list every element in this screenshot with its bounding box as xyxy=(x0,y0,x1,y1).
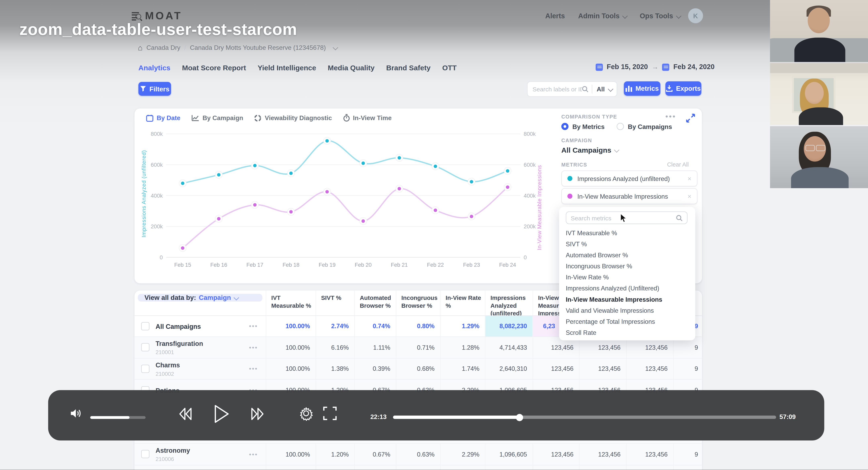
metrics-dropdown-list: IVT Measurable %SIVT %Automated Browser … xyxy=(566,227,690,338)
campaign-select[interactable]: All Campaigns xyxy=(561,146,618,154)
row-menu-icon[interactable]: ••• xyxy=(249,451,266,458)
dropdown-item-incongruous-browser[interactable]: Incongruous Browser % xyxy=(566,261,690,272)
view-by-dropdown[interactable]: View all data by:Campaign xyxy=(138,294,262,302)
search-input[interactable] xyxy=(528,86,582,92)
svg-text:0: 0 xyxy=(524,254,527,260)
breadcrumb-parent[interactable]: Canada Dry xyxy=(147,44,180,51)
row-menu-icon[interactable]: ••• xyxy=(249,344,266,351)
row-checkbox[interactable] xyxy=(141,365,150,373)
chart-tab-viewability-diagnostic[interactable]: Viewability Diagnostic xyxy=(254,114,332,122)
dropdown-item-impressions-analyzed-unfiltered[interactable]: Impressions Analyzed (Unfiltered) xyxy=(566,283,690,294)
filters-button[interactable]: Filters xyxy=(138,82,171,96)
table-row-charms: Charms210002•••100.00%1.38%0.39%0.68%1.7… xyxy=(134,358,702,380)
column-header-automated-browser: Automated Browser % xyxy=(354,290,396,315)
cell: 123,456 xyxy=(626,358,673,379)
mouse-cursor xyxy=(620,213,627,225)
rewind-button[interactable] xyxy=(177,406,194,422)
date-range[interactable]: Feb 15, 2020 → Feb 24, 2020 xyxy=(595,63,714,71)
svg-text:Feb 20: Feb 20 xyxy=(355,262,372,268)
home-icon[interactable]: ⌂ xyxy=(138,44,143,51)
cell: 8,082,230 xyxy=(485,316,532,337)
exports-button[interactable]: Exports xyxy=(665,81,702,96)
cell: 1.29% xyxy=(440,316,485,337)
cell: 123,456 xyxy=(579,444,626,465)
comparison-options: By MetricsBy Campaigns xyxy=(561,123,672,130)
search-icon xyxy=(676,215,683,221)
metrics-button[interactable]: Metrics xyxy=(624,81,660,96)
dropdown-item-scroll-rate[interactable]: Scroll Rate xyxy=(566,327,690,338)
search-scope-dropdown[interactable]: All xyxy=(596,86,617,92)
svg-text:400k: 400k xyxy=(524,193,536,199)
stopwatch-icon xyxy=(343,114,350,122)
dropdown-item-valid-and-viewable-impressions[interactable]: Valid and Viewable Impressions xyxy=(566,305,690,316)
radio-selected-icon[interactable] xyxy=(561,123,569,130)
play-button[interactable] xyxy=(213,404,230,424)
chart-tab-by-campaign[interactable]: By Campaign xyxy=(191,115,243,121)
cell xyxy=(532,465,579,470)
dropdown-item-in-view-measurable-impressions[interactable]: In-View Measurable Impressions xyxy=(566,294,690,305)
calendar-icon xyxy=(662,63,670,70)
date-start[interactable]: Feb 15, 2020 xyxy=(607,63,648,71)
moat-logo-icon xyxy=(132,11,141,21)
close-icon[interactable]: × xyxy=(688,175,697,182)
row-menu-icon[interactable]: ••• xyxy=(249,323,266,330)
cell: 6.16% xyxy=(315,337,354,358)
expand-arrows-icon[interactable] xyxy=(686,114,695,125)
dropdown-item-automated-browser[interactable]: Automated Browser % xyxy=(566,250,690,261)
cell: 0.63% xyxy=(396,444,440,465)
row-checkbox[interactable] xyxy=(141,322,150,330)
avatar[interactable]: K xyxy=(688,8,703,23)
fast-forward-button[interactable] xyxy=(249,406,266,422)
chart-tab-by-date[interactable]: By Date xyxy=(146,114,180,122)
breadcrumb-current[interactable]: Canada Dry Motts Youtube Reserve (123456… xyxy=(190,44,326,51)
svg-text:200k: 200k xyxy=(151,223,163,229)
column-header-in-view-rate: In-View Rate % xyxy=(440,290,485,315)
funnel-icon xyxy=(140,86,146,92)
cell: 1,096,605 xyxy=(485,444,532,465)
svg-text:800k: 800k xyxy=(524,131,536,137)
chart-tab-in-view-time[interactable]: In-View Time xyxy=(343,114,392,122)
dropdown-item-in-view-rate[interactable]: In-View Rate % xyxy=(566,272,690,283)
nav-item-alerts[interactable]: Alerts xyxy=(545,12,565,20)
cell: 1.28% xyxy=(440,337,485,358)
column-header-ivt-measurable: IVT Measurable % xyxy=(266,290,315,315)
progress-thumb[interactable] xyxy=(516,413,523,421)
row-menu-icon[interactable]: ••• xyxy=(249,366,266,372)
clear-all-link[interactable]: Clear All xyxy=(667,161,689,168)
cell: 0.71% xyxy=(396,337,440,358)
cell: 0.67% xyxy=(354,444,396,465)
cell xyxy=(354,465,396,470)
nav-item-admin-tools[interactable]: Admin Tools xyxy=(578,12,626,20)
chevron-down-icon[interactable] xyxy=(333,44,338,50)
radio-icon[interactable] xyxy=(617,123,624,130)
nav-item-ops-tools[interactable]: Ops Tools xyxy=(640,12,680,20)
radio-by-campaigns[interactable]: By Campaigns xyxy=(617,123,672,130)
view-by-cell: View all data by:Campaign xyxy=(134,290,266,315)
row-checkbox[interactable] xyxy=(141,343,150,351)
ellipsis-menu-icon[interactable]: ••• xyxy=(665,112,676,121)
divider xyxy=(592,85,592,94)
progress-bar[interactable] xyxy=(393,415,776,419)
tab-analytics[interactable]: Analytics xyxy=(138,64,170,72)
dropdown-item-ivt-measurable[interactable]: IVT Measurable % xyxy=(566,227,690,239)
tab-yield-intelligence[interactable]: Yield Intelligence xyxy=(257,64,316,72)
tab-moat-score-report[interactable]: Moat Score Report xyxy=(182,64,246,72)
dropdown-item-percentage-of-total-impressions[interactable]: Percentage of Total Impressions xyxy=(566,316,690,327)
tab-brand-safety[interactable]: Brand Safety xyxy=(386,64,431,72)
tab-media-quality[interactable]: Media Quality xyxy=(328,64,374,72)
svg-text:Feb 22: Feb 22 xyxy=(427,262,444,268)
volume-icon[interactable] xyxy=(69,407,82,420)
view-by-value[interactable]: Campaign xyxy=(199,294,238,302)
y-axis-label-right: In-View Measurable Impressions xyxy=(536,160,542,254)
cell: 0.68% xyxy=(396,358,440,379)
close-icon[interactable]: × xyxy=(688,192,697,200)
fullscreen-icon[interactable] xyxy=(323,406,337,420)
date-end[interactable]: Feb 24, 2020 xyxy=(673,63,714,71)
tab-ott[interactable]: OTT xyxy=(442,64,457,72)
row-checkbox[interactable] xyxy=(141,450,150,458)
radio-by-metrics[interactable]: By Metrics xyxy=(561,123,604,130)
volume-slider[interactable] xyxy=(90,416,146,418)
settings-gear-icon[interactable] xyxy=(299,406,314,421)
dropdown-item-sivt[interactable]: SIVT % xyxy=(566,239,690,249)
metric-chip-impressions-analyzed-unfiltered: Impressions Analyzed (unfiltered)× xyxy=(561,170,698,187)
